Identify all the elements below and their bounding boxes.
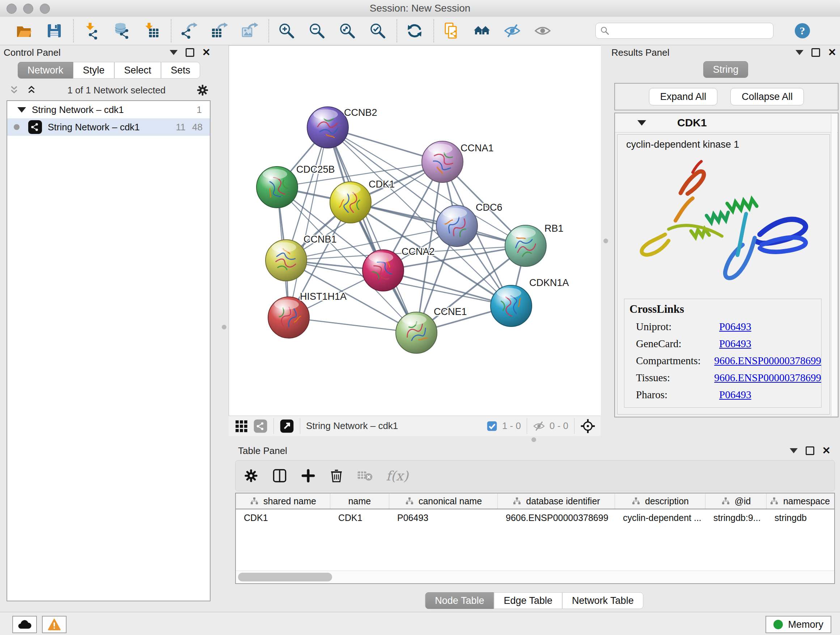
save-session-button[interactable] xyxy=(45,21,64,41)
eye-icon xyxy=(534,22,551,40)
control-panel-tabs: Network Style Select Sets xyxy=(4,62,214,79)
search-input[interactable] xyxy=(609,25,763,36)
network-view[interactable]: CCNB2CCNA1CDC25BCDK1CDC6RB1CCNB1CCNA2CDK… xyxy=(229,45,601,416)
panel-collapse-icon[interactable] xyxy=(796,50,804,55)
crosshair-icon[interactable] xyxy=(580,418,595,434)
import-network-file-button[interactable] xyxy=(82,21,101,41)
cell-name[interactable]: CDK1 xyxy=(330,509,389,526)
crosslink-link[interactable]: 9606.ENSP00000378699 xyxy=(714,355,821,367)
panel-float-icon[interactable] xyxy=(186,48,194,57)
cell-shared-name[interactable]: CDK1 xyxy=(236,509,330,526)
column-header-name[interactable]: name xyxy=(330,494,389,509)
right-splitter-handle[interactable] xyxy=(603,239,608,243)
cell-canonical-name[interactable]: P06493 xyxy=(389,509,498,526)
tree-expand-icon[interactable] xyxy=(17,107,26,112)
panel-collapse-icon[interactable] xyxy=(790,448,798,453)
export-network-icon xyxy=(180,22,197,40)
column-header-canonical-name[interactable]: canonical name xyxy=(389,494,498,509)
import-network-icon xyxy=(82,22,100,40)
zoom-in-button[interactable] xyxy=(277,21,296,41)
section-collapse-icon[interactable] xyxy=(638,120,646,126)
node-gloss-highlight xyxy=(313,109,338,119)
help-button[interactable]: ? xyxy=(794,22,811,40)
tab-edge-table[interactable]: Edge Table xyxy=(494,592,562,609)
cloud-status-button[interactable] xyxy=(12,616,37,633)
node-gloss-highlight xyxy=(497,288,521,298)
tab-network-table[interactable]: Network Table xyxy=(562,592,644,609)
collapse-all-button[interactable]: Collapse All xyxy=(730,88,804,105)
import-network-database-button[interactable] xyxy=(112,21,131,41)
tab-select[interactable]: Select xyxy=(114,62,161,79)
column-header-database-identifier[interactable]: database identifier xyxy=(498,494,615,509)
memory-button[interactable]: Memory xyxy=(766,616,831,633)
collapse-all-icon[interactable] xyxy=(9,85,19,96)
node-table: shared name name canonical name database… xyxy=(235,493,835,584)
crosslink-link[interactable]: P06493 xyxy=(719,338,752,350)
delete-column-icon[interactable] xyxy=(329,468,344,483)
node-label: CCNA2 xyxy=(401,246,435,257)
tab-sets[interactable]: Sets xyxy=(161,62,200,79)
import-table-button[interactable] xyxy=(142,21,161,41)
node-gloss-highlight xyxy=(274,299,299,310)
expand-all-button[interactable]: Expand All xyxy=(649,88,718,105)
add-column-icon[interactable] xyxy=(301,468,316,483)
selected-checkbox-icon[interactable] xyxy=(486,420,498,432)
delete-table-icon-disabled xyxy=(357,469,373,483)
crosslink-link[interactable]: P06493 xyxy=(719,321,752,333)
crosslink-row: Pharos: P06493 xyxy=(630,389,821,401)
apply-layout-button[interactable] xyxy=(405,21,424,41)
tab-string[interactable]: String xyxy=(703,61,748,78)
tab-network[interactable]: Network xyxy=(18,62,73,79)
show-columns-icon[interactable] xyxy=(272,468,287,484)
warnings-button[interactable] xyxy=(42,616,66,633)
table-horizontal-scrollbar[interactable] xyxy=(236,570,834,583)
panel-close-icon[interactable]: ✕ xyxy=(828,49,836,56)
panel-close-icon[interactable]: ✕ xyxy=(202,49,210,56)
cell-namespace[interactable]: stringdb xyxy=(767,509,833,526)
zoom-selected-button[interactable] xyxy=(368,21,387,41)
network-collection-row[interactable]: String Network – cdk1 1 xyxy=(7,101,210,119)
zoom-out-button[interactable] xyxy=(308,21,326,41)
table-options-gear-icon[interactable] xyxy=(243,468,259,483)
crosslink-link[interactable]: P06493 xyxy=(719,389,752,401)
panel-collapse-icon[interactable] xyxy=(170,50,178,55)
function-builder-icon: f(x) xyxy=(386,469,409,483)
show-all-button[interactable] xyxy=(533,21,552,41)
panel-float-icon[interactable] xyxy=(812,48,820,57)
birds-eye-view-icon[interactable] xyxy=(234,419,248,433)
tab-style[interactable]: Style xyxy=(73,62,114,79)
scrollbar-thumb[interactable] xyxy=(238,573,332,581)
database-icon xyxy=(113,22,130,40)
export-image-button[interactable] xyxy=(240,21,259,41)
horizontal-splitter-handle[interactable] xyxy=(531,437,536,442)
column-header-shared-name[interactable]: shared name xyxy=(236,494,330,509)
network-view-statusbar: String Network – cdk1 1 - 0 0 - 0 xyxy=(229,416,600,436)
table-row[interactable]: CDK1 CDK1 P06493 9606.ENSP00000378699 cy… xyxy=(236,509,834,526)
cell-database-identifier[interactable]: 9606.ENSP00000378699 xyxy=(498,509,615,526)
left-splitter-handle[interactable] xyxy=(222,325,226,329)
results-scrollbar[interactable] xyxy=(831,114,837,416)
panel-close-icon[interactable]: ✕ xyxy=(822,447,831,454)
string-view-icon[interactable] xyxy=(253,419,268,433)
first-neighbors-button[interactable] xyxy=(472,21,491,41)
network-from-selection-button[interactable] xyxy=(442,21,461,41)
crosslink-link[interactable]: 9606.ENSP00000378699 xyxy=(714,372,821,384)
column-header-description[interactable]: description xyxy=(615,494,706,509)
network-options-gear-icon[interactable] xyxy=(196,84,209,97)
cell-id[interactable]: stringdb:9... xyxy=(706,509,767,526)
export-network-button[interactable] xyxy=(180,21,198,41)
gene-section-header[interactable]: CDK1 xyxy=(615,113,838,133)
network-row[interactable]: String Network – cdk1 11 48 xyxy=(7,119,210,136)
open-in-window-icon[interactable] xyxy=(279,419,294,433)
hierarchy-icon xyxy=(721,497,730,505)
panel-float-icon[interactable] xyxy=(806,447,814,455)
export-table-button[interactable] xyxy=(210,21,229,41)
zoom-fit-button[interactable] xyxy=(338,21,357,41)
hide-selection-button[interactable] xyxy=(503,21,522,41)
expand-all-icon[interactable] xyxy=(26,85,37,96)
column-header-id[interactable]: @id xyxy=(706,494,767,509)
open-session-button[interactable] xyxy=(14,21,33,41)
tab-node-table[interactable]: Node Table xyxy=(425,592,494,609)
column-header-namespace[interactable]: namespace xyxy=(767,494,833,509)
cell-description[interactable]: cyclin-dependent ... xyxy=(615,509,706,526)
